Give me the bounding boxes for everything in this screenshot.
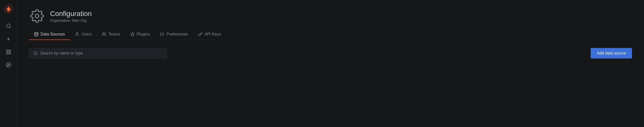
svg-point-11: [76, 32, 78, 34]
svg-point-9: [35, 14, 39, 18]
tab-api-keys[interactable]: API Keys: [193, 29, 226, 40]
sliders-icon: [160, 32, 164, 36]
page-title: Configuration: [50, 10, 92, 18]
tab-teams-label: Teams: [108, 32, 120, 36]
plus-icon: [6, 36, 11, 42]
search-icon: [6, 23, 11, 29]
sidebar-item-add[interactable]: [3, 33, 15, 45]
svg-marker-13: [130, 32, 134, 36]
svg-point-23: [34, 52, 37, 54]
sidebar: [0, 0, 17, 127]
header-text: Configuration Organization: Main Org.: [50, 10, 92, 22]
svg-rect-7: [9, 52, 10, 54]
tabs-bar: Data Sources Users Teams: [29, 29, 632, 40]
svg-point-2: [8, 8, 9, 10]
tab-preferences[interactable]: Preferences: [155, 29, 193, 40]
content-area: Add data source: [17, 40, 644, 66]
main-content: Configuration Organization: Main Org. Da…: [17, 0, 644, 127]
svg-rect-5: [9, 50, 10, 52]
users-icon: [102, 32, 106, 36]
svg-rect-6: [6, 52, 8, 54]
svg-point-10: [35, 32, 38, 34]
user-icon: [75, 32, 79, 36]
tab-data-sources-label: Data Sources: [41, 32, 65, 36]
page-header: Configuration Organization: Main Org. Da…: [17, 0, 644, 40]
add-data-source-button[interactable]: Add data source: [591, 48, 632, 58]
header-top: Configuration Organization: Main Org.: [29, 8, 632, 24]
grafana-logo[interactable]: [3, 3, 15, 15]
tab-api-keys-label: API Keys: [205, 32, 221, 36]
svg-rect-4: [6, 50, 8, 52]
sidebar-item-dashboards[interactable]: [3, 46, 15, 58]
tab-plugins[interactable]: Plugins: [125, 29, 155, 40]
tab-users[interactable]: Users: [70, 29, 97, 40]
search-input[interactable]: [40, 51, 163, 56]
tab-preferences-label: Preferences: [166, 32, 188, 36]
search-box[interactable]: [29, 48, 167, 58]
gear-icon-container: [29, 8, 45, 24]
svg-point-8: [6, 63, 11, 67]
sidebar-item-explore[interactable]: [3, 59, 15, 71]
sidebar-item-search[interactable]: [3, 20, 15, 32]
key-icon: [198, 32, 203, 36]
page-subtitle: Organization: Main Org.: [50, 18, 92, 22]
tab-data-sources[interactable]: Data Sources: [29, 29, 70, 40]
svg-point-12: [103, 32, 104, 34]
plugin-icon: [130, 32, 135, 36]
tab-users-label: Users: [81, 32, 92, 36]
compass-icon: [6, 62, 11, 68]
gear-icon: [30, 9, 44, 23]
search-input-icon: [33, 51, 38, 56]
tab-plugins-label: Plugins: [137, 32, 150, 36]
tab-teams[interactable]: Teams: [97, 29, 125, 40]
svg-point-3: [6, 24, 10, 28]
grid-icon: [6, 49, 11, 55]
database-icon: [34, 32, 39, 36]
